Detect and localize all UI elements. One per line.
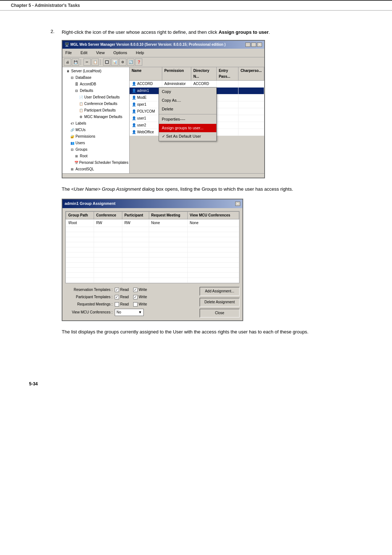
tree-mcus[interactable]: 🔗 MCUs: [62, 127, 129, 133]
reservation-read-item: Read: [115, 287, 129, 293]
toolbar-btn-3[interactable]: ✂: [83, 58, 91, 66]
dialog-body: Group Path Conference Participant Reques…: [62, 208, 242, 320]
delete-assignment-button[interactable]: Delete Assignment: [200, 298, 240, 307]
participant-write-checkbox[interactable]: [133, 295, 138, 299]
window-title: 🖥️MGL Web Server Manager Version 8.0.0.1…: [65, 42, 226, 48]
req-meetings-read-checkbox[interactable]: [115, 302, 119, 307]
menu-edit[interactable]: Edit: [79, 49, 89, 57]
groups-icon: ⊟: [70, 147, 75, 152]
toolbar-btn-9[interactable]: ❓: [135, 58, 142, 66]
mgc-defaults-icon: ⚙: [78, 115, 83, 119]
sched-icon: 📅: [74, 161, 78, 165]
tree-server[interactable]: 🖥 Server (LocalHost): [62, 68, 129, 74]
menu-options[interactable]: Options: [112, 49, 128, 57]
table-row-empty-9: [66, 267, 239, 272]
desc-text-1: The <User Name> Group Assignment dialog …: [62, 186, 363, 193]
menu-view[interactable]: View: [95, 49, 106, 57]
table-row-empty-10: [66, 272, 239, 278]
cell-participant: RW: [122, 219, 149, 227]
col-participant[interactable]: Participant: [122, 211, 149, 219]
step-number: 2.: [44, 29, 54, 341]
tree-mcus-label: MCUs: [75, 127, 86, 133]
tree-accorddb-label: AccordDB: [80, 81, 96, 87]
tree-user-defaults[interactable]: 📄 User Defined Defaults: [62, 94, 129, 101]
tree-sched[interactable]: 📅 Personal Scheduler Templates: [62, 159, 129, 166]
reservation-checkboxes: Read Write: [115, 287, 147, 293]
minimize-button[interactable]: _: [245, 42, 250, 47]
participant-read-checkbox[interactable]: [115, 295, 119, 299]
tree-database[interactable]: ⊟ DataBase: [62, 74, 129, 81]
tree-labels[interactable]: 🏷 Labels: [62, 120, 129, 127]
tree-server-label: Server (LocalHost): [71, 68, 101, 74]
scrollbar[interactable]: [62, 173, 264, 178]
toolbar-btn-8[interactable]: 🔄: [127, 58, 134, 66]
reservation-read-checkbox[interactable]: [115, 288, 119, 292]
tree-accordsql[interactable]: ⊞ AccordSQL: [62, 166, 129, 173]
reservation-read-label: Read: [120, 287, 129, 293]
reservation-write-checkbox[interactable]: [133, 288, 138, 292]
ctx-copy[interactable]: Copy: [159, 88, 216, 96]
tree-defaults[interactable]: ⊟ Defaults: [62, 88, 129, 94]
tree-part-defaults-label: Participant Defaults: [84, 108, 116, 113]
toolbar-btn-4[interactable]: 📋: [91, 58, 99, 66]
col-name[interactable]: Name: [130, 67, 162, 80]
tree-mgc-defaults[interactable]: ⚙ MGC Manager Defaults: [62, 114, 129, 120]
page-footer: 5-34: [0, 378, 392, 390]
ctx-copy-as[interactable]: Copy As....: [159, 96, 216, 105]
menu-file[interactable]: File: [64, 49, 73, 57]
ctx-assign-groups[interactable]: Assign groups to user...: [159, 124, 216, 133]
page-number: 5-34: [29, 381, 38, 386]
add-assignment-button[interactable]: Add Assignment...: [200, 287, 240, 296]
ctx-properties[interactable]: Properties----: [159, 115, 216, 124]
mcus-icon: 🔗: [70, 128, 75, 132]
users-icon: 👥: [70, 141, 75, 145]
table-row-empty-7: [66, 257, 239, 262]
col-conference[interactable]: Conference: [94, 211, 122, 219]
menu-help[interactable]: Help: [134, 49, 146, 57]
titlebar-buttons: _ □ ×: [245, 42, 262, 47]
tree-users-label: Users: [75, 140, 85, 146]
participant-checkboxes: Read Write: [115, 294, 147, 300]
toolbar-btn-5[interactable]: 🔲: [103, 58, 110, 66]
col-view-mcu[interactable]: View MCU Conferences: [187, 211, 239, 219]
requested-meetings-label: Requested Meetings :: [65, 301, 113, 307]
col-entry[interactable]: Entry Pass...: [217, 67, 238, 80]
req-meetings-write-checkbox[interactable]: [133, 302, 138, 307]
dialog-titlebar: admin1 Group Assignment ×: [62, 199, 242, 208]
ctx-delete[interactable]: Delete: [159, 105, 216, 114]
tree-permissions[interactable]: 🔐 Permissions: [62, 133, 129, 140]
tree-users[interactable]: 👥 Users: [62, 140, 129, 146]
maximize-button[interactable]: □: [251, 42, 256, 47]
col-request-meeting[interactable]: Request Meeting: [149, 211, 187, 219]
dialog-close-icon[interactable]: ×: [235, 202, 240, 206]
toolbar-btn-2[interactable]: 💾: [72, 58, 79, 66]
field-participant: Participant Templates : Read: [65, 294, 196, 300]
participant-read-label: Read: [120, 294, 129, 300]
field-requested-meetings: Requested Meetings : Read Wr: [65, 301, 196, 307]
tree-part-defaults[interactable]: 📋 Participant Defaults: [62, 107, 129, 114]
tree-conf-defaults[interactable]: 📋 Conference Defaults: [62, 101, 129, 107]
tree-sched-label: Personal Scheduler Templates: [79, 160, 128, 166]
tree-root[interactable]: ⊞ Root: [62, 153, 129, 159]
view-mcu-dropdown[interactable]: No ▼: [115, 309, 144, 316]
req-meetings-read-label: Read: [120, 301, 129, 307]
table-row-empty-4: [66, 242, 239, 247]
tree-groups[interactable]: ⊟ Groups: [62, 146, 129, 153]
dialog-title: admin1 Group Assignment: [65, 200, 115, 207]
dialog-fields: Reservation Templates : Read: [65, 287, 196, 317]
toolbar-btn-1[interactable]: 🖨: [64, 58, 71, 66]
close-button[interactable]: Close: [200, 309, 240, 317]
close-button[interactable]: ×: [257, 42, 262, 47]
col-group-path[interactable]: Group Path: [66, 211, 94, 219]
col-directory[interactable]: Directory N...: [191, 67, 217, 80]
toolbar-btn-6[interactable]: 📊: [111, 58, 118, 66]
toolbar-btn-7[interactable]: ⚙: [119, 58, 126, 66]
table-row-empty-6: [66, 252, 239, 257]
col-permission[interactable]: Permission: [162, 67, 191, 80]
list-row-accord[interactable]: 👤ACCORD Administrator ACCORD: [130, 81, 264, 88]
ctx-set-default[interactable]: ✓ Set As Default User: [159, 132, 216, 141]
col-char[interactable]: Charperso...: [238, 67, 264, 80]
tree-accorddb[interactable]: 🗄 AccordDB: [62, 81, 129, 88]
desc-text-2: The list displays the groups currently a…: [62, 328, 363, 336]
table-row-root[interactable]: \Root RW RW None None: [66, 219, 239, 227]
